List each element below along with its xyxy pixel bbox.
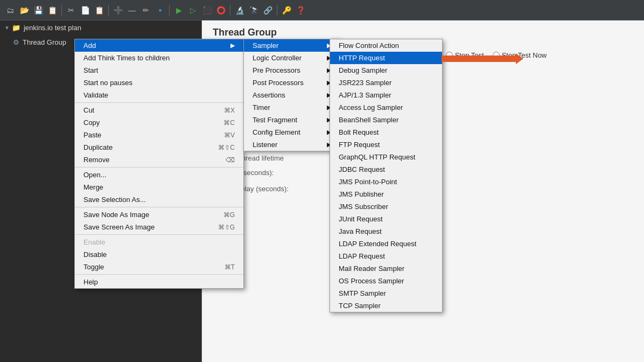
menu-sampler[interactable]: Sampler ▶ [244, 39, 340, 52]
menu-bolt-request[interactable]: Bolt Request [330, 126, 442, 138]
menu-start-no-pauses[interactable]: Start no pauses [75, 76, 243, 89]
menu-remove-shortcut: ⌫ [226, 156, 235, 164]
sidebar-item-project[interactable]: ▼ 📁 jenkins.io test plan [0, 20, 201, 35]
menu-save-selection[interactable]: Save Selection As... [75, 193, 243, 206]
menu-disable-label: Disable [83, 250, 107, 259]
sep-e [75, 274, 243, 275]
menu-tcp-sampler[interactable]: TCP Sampler [330, 300, 442, 312]
stop-icon[interactable]: ⬛ [201, 4, 213, 16]
menu-listener-label: Listener [253, 141, 277, 149]
menu-save-screen-image[interactable]: Save Screen As Image ⌘⇧G [75, 221, 243, 233]
copy-icon[interactable]: 📄 [79, 4, 91, 16]
menu-listener[interactable]: Listener ▶ [244, 138, 340, 151]
menu-sampler-label: Sampler [253, 41, 278, 50]
menu-disable[interactable]: Disable [75, 248, 243, 261]
menu-logic-controller[interactable]: Logic Controller ▶ [244, 52, 340, 64]
menu-smtp-sampler[interactable]: SMTP Sampler [330, 287, 442, 300]
menu-graphql-request[interactable]: GraphQL HTTP Request [330, 151, 442, 163]
expand-icon[interactable]: ➕ [112, 4, 124, 16]
save-icon[interactable]: 💾 [32, 4, 44, 16]
save-as-icon[interactable]: 📋 [46, 4, 58, 16]
menu-mail-reader[interactable]: Mail Reader Sampler [330, 262, 442, 275]
new-icon[interactable]: 🗂 [4, 4, 16, 16]
menu-ldap-extended[interactable]: LDAP Extended Request [330, 238, 442, 250]
stop-now-icon[interactable]: ⭕ [215, 4, 227, 16]
remote-icon[interactable]: 🔬 [234, 4, 246, 16]
menu-ajp-sampler-label: AJP/1.3 Sampler [339, 91, 391, 99]
menu-ftp-request[interactable]: FTP Request [330, 138, 442, 151]
collapse-icon[interactable]: — [126, 4, 138, 16]
menu-help[interactable]: Help [75, 276, 243, 288]
menu-test-fragment[interactable]: Test Fragment ▶ [244, 114, 340, 126]
menu-jsr223-sampler-label: JSR223 Sampler [339, 79, 391, 87]
menu-add-think-times[interactable]: Add Think Times to children [75, 52, 243, 64]
toggle-icon[interactable]: ✏ [140, 4, 152, 16]
menu-flow-control[interactable]: Flow Control Action [330, 39, 442, 52]
menu-post-processors-label: Post Processors [253, 79, 304, 87]
menu-toggle[interactable]: Toggle ⌘T [75, 261, 243, 273]
menu-open-label: Open... [83, 171, 107, 179]
menu-jms-publisher[interactable]: JMS Publisher [330, 188, 442, 200]
menu-jms-p2p[interactable]: JMS Point-to-Point [330, 176, 442, 188]
sep-d [75, 234, 243, 235]
menu-access-log-sampler-label: Access Log Sampler [339, 103, 403, 112]
reset-icon[interactable]: 🔹 [154, 4, 166, 16]
menu-jms-p2p-label: JMS Point-to-Point [339, 178, 397, 186]
menu-jms-subscriber[interactable]: JMS Subscriber [330, 200, 442, 213]
menu-post-processors[interactable]: Post Processors ▶ [244, 76, 340, 89]
sep-b [75, 167, 243, 168]
menu-start[interactable]: Start [75, 64, 243, 76]
menu-paste[interactable]: Paste ⌘V [75, 129, 243, 141]
remote2-icon[interactable]: 🔭 [248, 4, 260, 16]
menu-save-node-image-label: Save Node As Image [83, 211, 149, 219]
menu-assertions[interactable]: Assertions ▶ [244, 89, 340, 101]
menu-java-request-label: Java Request [339, 227, 382, 235]
menu-validate-label: Validate [83, 91, 108, 99]
sep-2 [108, 5, 109, 16]
menu-jdbc-request[interactable]: JDBC Request [330, 163, 442, 176]
menu-junit-request[interactable]: JUnit Request [330, 213, 442, 225]
menu-copy[interactable]: Copy ⌘C [75, 116, 243, 129]
menu-os-process[interactable]: OS Process Sampler [330, 275, 442, 287]
menu-save-node-shortcut: ⌘G [223, 211, 235, 219]
menu-validate[interactable]: Validate [75, 89, 243, 101]
menu-debug-sampler[interactable]: Debug Sampler [330, 64, 442, 76]
options-icon[interactable]: 🔑 [281, 4, 292, 16]
menu-bolt-request-label: Bolt Request [339, 128, 379, 136]
menu-start-no-pauses-label: Start no pauses [83, 79, 132, 87]
menu-add[interactable]: Add ▶ [75, 39, 243, 52]
help-icon[interactable]: ❓ [295, 4, 306, 16]
menu-graphql-request-label: GraphQL HTTP Request [339, 153, 415, 161]
menu-beanshell-sampler[interactable]: BeanShell Sampler [330, 114, 442, 126]
menu-ldap-request[interactable]: LDAP Request [330, 250, 442, 262]
menu-http-request[interactable]: HTTP Request [330, 52, 442, 64]
menu-cut[interactable]: Cut ⌘X [75, 104, 243, 116]
gear-icon: ⚙ [13, 38, 19, 46]
menu-save-node-image[interactable]: Save Node As Image ⌘G [75, 208, 243, 221]
project-icon: 📁 [12, 24, 20, 32]
menu-timer[interactable]: Timer ▶ [244, 101, 340, 114]
paste-icon[interactable]: 📋 [93, 4, 105, 16]
menu-java-request[interactable]: Java Request [330, 225, 442, 238]
run-no-pause-icon[interactable]: ▷ [187, 4, 199, 16]
menu-merge[interactable]: Merge [75, 181, 243, 193]
menu-remove[interactable]: Remove ⌫ [75, 154, 243, 166]
thread-group-label: Thread Group [23, 38, 66, 46]
menu-ftp-request-label: FTP Request [339, 141, 380, 149]
menu-copy-shortcut: ⌘C [223, 119, 235, 127]
menu-os-process-label: OS Process Sampler [339, 277, 404, 285]
menu-ldap-extended-label: LDAP Extended Request [339, 240, 416, 248]
template-icon[interactable]: 🔗 [262, 4, 274, 16]
menu-pre-processors[interactable]: Pre Processors ▶ [244, 64, 340, 76]
menu-access-log-sampler[interactable]: Access Log Sampler [330, 101, 442, 114]
run-icon[interactable]: ▶ [173, 4, 185, 16]
menu-config-element[interactable]: Config Element ▶ [244, 126, 340, 138]
menu-duplicate[interactable]: Duplicate ⌘⇧C [75, 141, 243, 154]
menu-jsr223-sampler[interactable]: JSR223 Sampler [330, 76, 442, 89]
menu-jdbc-request-label: JDBC Request [339, 165, 385, 173]
cut-icon[interactable]: ✂ [65, 4, 77, 16]
menu-toggle-label: Toggle [83, 263, 104, 271]
menu-ajp-sampler[interactable]: AJP/1.3 Sampler [330, 89, 442, 101]
open-icon[interactable]: 📂 [18, 4, 30, 16]
menu-open[interactable]: Open... [75, 169, 243, 181]
